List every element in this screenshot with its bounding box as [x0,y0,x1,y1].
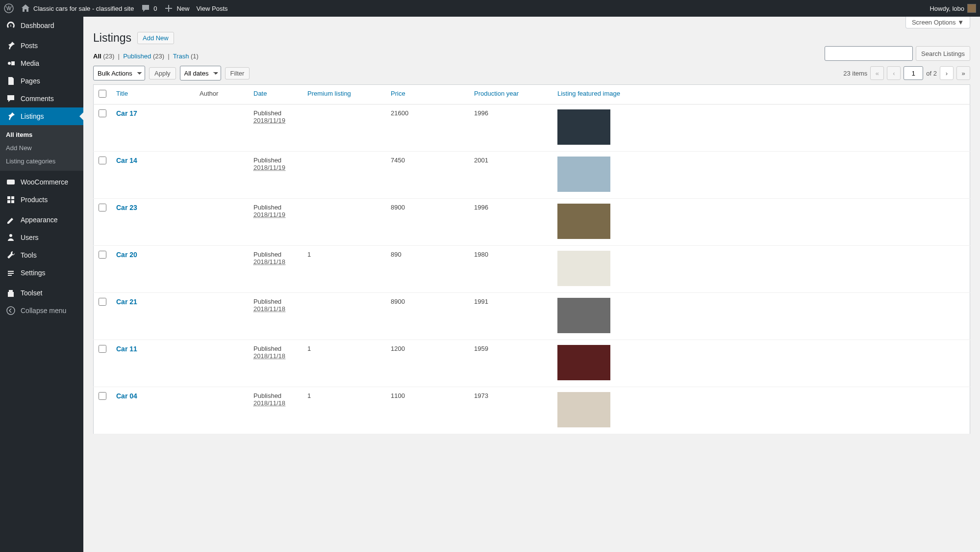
plus-icon [164,3,174,13]
col-price[interactable]: Price [391,90,405,97]
menu-posts[interactable]: Posts [0,37,83,54]
prev-page-button[interactable]: ‹ [887,66,901,80]
menu-woocommerce[interactable]: WooCommerce [0,173,83,191]
date-filter-select[interactable]: All dates [180,66,221,80]
first-page-button[interactable]: « [870,66,884,80]
row-title-link[interactable]: Car 11 [116,345,137,353]
row-title-link[interactable]: Car 20 [116,251,137,259]
submenu-listing-categories[interactable]: Listing categories [0,155,83,168]
filter-all[interactable]: All [93,53,101,60]
row-author [195,293,249,340]
menu-comments[interactable]: Comments [0,90,83,107]
next-page-button[interactable]: › [940,66,954,80]
row-title-link[interactable]: Car 17 [116,109,137,117]
col-premium[interactable]: Premium listing [307,90,351,97]
col-date[interactable]: Date [253,90,267,97]
main-content: Screen Options ▼ Listings Add New Search… [83,17,980,552]
table-row: Car 04Published2018/11/18111001973 [94,387,970,434]
row-thumbnail [557,204,610,239]
row-author [195,246,249,293]
menu-label: WooCommerce [21,178,68,186]
last-page-button[interactable]: » [956,66,970,80]
row-checkbox[interactable] [99,157,106,164]
row-checkbox[interactable] [99,204,106,211]
view-posts-link[interactable]: View Posts [196,5,227,12]
filter-published[interactable]: Published [123,53,151,60]
menu-label: Collapse menu [21,307,66,315]
col-year[interactable]: Production year [474,90,519,97]
menu-settings[interactable]: Settings [0,264,83,282]
row-title-link[interactable]: Car 21 [116,298,137,306]
row-checkbox[interactable] [99,392,106,400]
menu-label: Users [21,234,39,241]
row-title-link[interactable]: Car 04 [116,392,137,400]
comments-count: 0 [153,5,157,12]
row-title-link[interactable]: Car 14 [116,157,137,164]
filter-trash[interactable]: Trash [173,53,189,60]
row-price: 8900 [386,293,469,340]
tablenav-top: Bulk Actions Apply All dates Filter 23 i… [93,66,970,80]
users-icon [6,233,16,242]
menu-label: Pages [21,77,40,85]
admin-sidebar: Dashboard Posts Media Pages Comments Lis… [0,17,83,552]
row-premium: 1 [302,246,386,293]
svg-point-0 [4,4,13,13]
row-year: 1980 [469,246,553,293]
of-pages-text: of 2 [926,70,937,77]
submenu-all-items[interactable]: All items [0,128,83,141]
add-new-button[interactable]: Add New [137,32,174,44]
wordpress-icon [4,3,14,13]
search-input[interactable] [825,46,913,61]
menu-toolset[interactable]: Toolset [0,284,83,302]
row-checkbox[interactable] [99,298,106,306]
row-title-link[interactable]: Car 23 [116,204,137,211]
row-author [195,152,249,199]
howdy-link[interactable]: Howdy, lobo [930,4,976,13]
current-page-input[interactable] [904,66,923,80]
items-count: 23 items [843,70,867,77]
row-premium [302,293,386,340]
woocommerce-icon [6,177,16,187]
menu-collapse[interactable]: Collapse menu [0,302,83,319]
menu-listings[interactable]: Listings [0,107,83,125]
menu-pages[interactable]: Pages [0,72,83,90]
row-price: 8900 [386,199,469,246]
menu-users[interactable]: Users [0,229,83,246]
dashboard-icon [6,21,16,30]
row-premium [302,105,386,152]
col-image[interactable]: Listing featured image [557,90,620,97]
screen-options-text: Screen Options [912,19,956,26]
row-checkbox[interactable] [99,109,106,117]
table-row: Car 11Published2018/11/18112001959 [94,340,970,387]
row-checkbox[interactable] [99,251,106,259]
site-name[interactable]: Classic cars for sale - classified site [21,3,134,13]
page-title: Listings [93,31,131,45]
row-price: 7450 [386,152,469,199]
menu-dashboard[interactable]: Dashboard [0,17,83,34]
comments-link[interactable]: 0 [141,3,157,13]
site-title-text: Classic cars for sale - classified site [33,5,134,12]
col-title[interactable]: Title [116,90,128,97]
screen-options-toggle[interactable]: Screen Options ▼ [905,17,970,28]
menu-products[interactable]: Products [0,191,83,209]
menu-label: Dashboard [21,22,54,29]
select-all-checkbox[interactable] [99,90,106,98]
filter-all-count: (23) [103,53,114,60]
menu-label: Tools [21,251,37,259]
wp-logo[interactable] [4,3,14,13]
menu-label: Products [21,196,48,204]
row-checkbox[interactable] [99,345,106,353]
filter-button[interactable]: Filter [225,67,250,79]
submenu-add-new[interactable]: Add New [0,141,83,155]
menu-media[interactable]: Media [0,54,83,72]
apply-button[interactable]: Apply [149,67,176,79]
new-link[interactable]: New [164,3,189,13]
menu-label: Posts [21,42,38,50]
table-row: Car 21Published2018/11/1889001991 [94,293,970,340]
menu-tools[interactable]: Tools [0,246,83,264]
appearance-icon [6,215,16,225]
search-listings-button[interactable]: Search Listings [916,46,970,61]
row-thumbnail [557,345,610,380]
menu-appearance[interactable]: Appearance [0,211,83,229]
bulk-actions-select[interactable]: Bulk Actions [93,66,145,80]
